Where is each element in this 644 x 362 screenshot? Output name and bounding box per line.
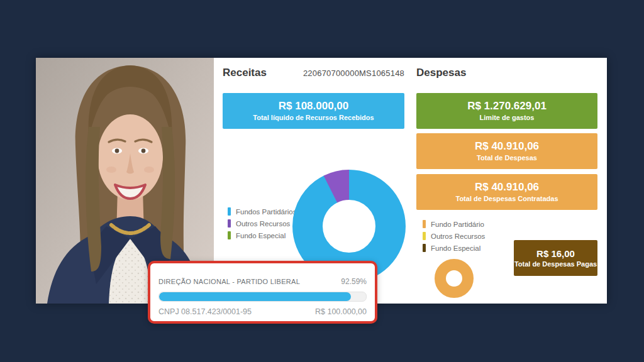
limite-gastos-value: R$ 1.270.629,01 — [467, 100, 547, 112]
despesas-contratadas-value: R$ 40.910,06 — [475, 181, 539, 194]
legend-label: Fundo Especial — [236, 232, 286, 239]
donor-title-row: DIREÇÃO NACIONAL - PARTIDO LIBERAL 92.59… — [158, 277, 367, 286]
total-despesas-value: R$ 40.910,06 — [475, 140, 539, 153]
despesas-header: Despesas — [416, 67, 598, 79]
donor-percent: 92.59% — [341, 277, 367, 286]
legend-label: Fundos Partidários — [236, 208, 297, 216]
legend-marker-fundos-partidarios — [228, 207, 231, 216]
legend-label: Fundo Especial — [431, 244, 480, 252]
despesas-donut-chart — [435, 259, 474, 298]
receitas-total-label: Total líquido de Recursos Recebidos — [253, 114, 374, 122]
donor-progress-fill — [159, 292, 351, 301]
legend-marker-fundo-especial — [423, 244, 426, 252]
receitas-legend: Fundos Partidários Outros Recursos Fundo… — [228, 207, 297, 239]
receitas-header: Receitas 220670700000MS1065148 — [223, 67, 404, 79]
legend-item: Fundos Partidários — [228, 207, 297, 216]
total-despesas-label: Total de Despesas — [477, 154, 537, 162]
legend-label: Outros Recursos — [431, 233, 485, 240]
legend-item: Outros Recursos — [423, 232, 485, 240]
legend-item: Outros Recursos — [228, 219, 297, 228]
legend-marker-fundo-especial — [228, 231, 231, 239]
legend-marker-outros-recursos — [228, 219, 231, 228]
donor-amount: R$ 100.000,00 — [315, 307, 367, 316]
donor-detail-row: CNPJ 08.517.423/0001-95 R$ 100.000,00 — [158, 307, 367, 316]
total-despesas-box: R$ 40.910,06 Total de Despesas — [416, 133, 597, 169]
legend-label: Outros Recursos — [236, 220, 290, 228]
despesas-title: Despesas — [416, 67, 466, 79]
donor-name: DIREÇÃO NACIONAL - PARTIDO LIBERAL — [158, 278, 300, 285]
donor-progress-bar — [158, 292, 367, 302]
limite-gastos-box: R$ 1.270.629,01 Limite de gastos — [416, 93, 597, 129]
despesas-pagas-label: Total de Despesas Pagas — [514, 260, 597, 268]
despesas-contratadas-label: Total de Despesas Contratadas — [455, 195, 558, 203]
despesas-legend: Fundo Partidário Outros Recursos Fundo E… — [423, 220, 485, 252]
despesas-pagas-value: R$ 16,00 — [536, 248, 575, 259]
legend-item: Fundo Especial — [228, 231, 297, 239]
limite-gastos-label: Limite de gastos — [480, 114, 535, 122]
receitas-title: Receitas — [223, 67, 267, 79]
legend-marker-outros-recursos — [423, 232, 426, 240]
legend-label: Fundo Partidário — [431, 221, 484, 228]
despesas-pagas-box: R$ 16,00 Total de Despesas Pagas — [514, 240, 597, 276]
legend-item: Fundo Especial — [423, 244, 485, 252]
legend-item: Fundo Partidário — [423, 220, 485, 228]
receitas-total-box: R$ 108.000,00 Total líquido de Recursos … — [223, 93, 404, 129]
despesas-contratadas-box: R$ 40.910,06 Total de Despesas Contratad… — [416, 174, 597, 210]
donor-cnpj: CNPJ 08.517.423/0001-95 — [158, 307, 252, 316]
legend-marker-fundo-partidario — [423, 220, 426, 228]
donor-row-highlight[interactable]: DIREÇÃO NACIONAL - PARTIDO LIBERAL 92.59… — [148, 261, 377, 324]
prestacao-contas-code: 220670700000MS1065148 — [303, 69, 404, 78]
receitas-total-value: R$ 108.000,00 — [279, 100, 349, 112]
